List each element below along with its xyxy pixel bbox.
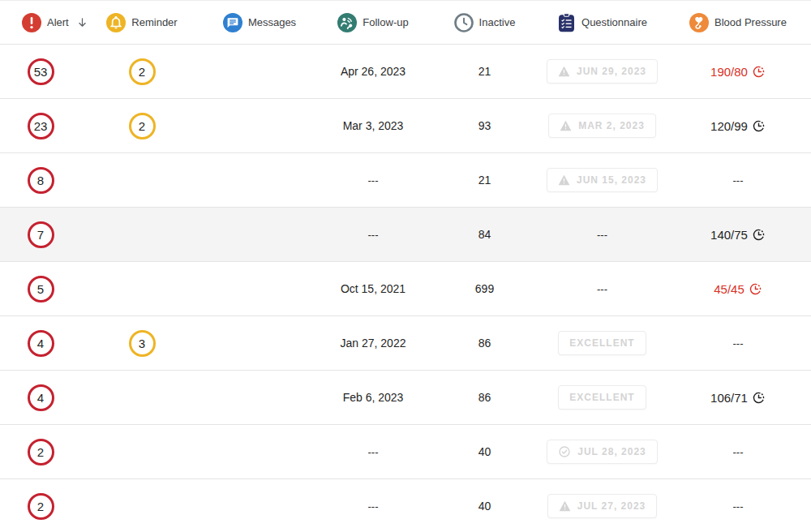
questionnaire-badge[interactable]: JUN 15, 2023 <box>547 168 658 192</box>
inactive-cell: 40 <box>430 500 539 513</box>
inactive-cell: 40 <box>430 445 539 458</box>
bp-reading: 45/45 <box>714 282 744 296</box>
inactive-cell: 21 <box>430 174 539 187</box>
followup-cell: Jan 27, 2022 <box>316 337 430 350</box>
inactive-cell: 86 <box>430 391 539 404</box>
table-row[interactable]: 53 2 Apr 26, 2023 21 JUN 29, 2023 190/80 <box>0 45 811 99</box>
followup-cell: Feb 6, 2023 <box>316 391 430 404</box>
alert-icon <box>22 13 41 32</box>
questionnaire-cell: JUN 29, 2023 <box>539 59 665 84</box>
questionnaire-cell: --- <box>539 283 665 295</box>
warning-icon <box>559 500 571 512</box>
alert-count: 2 <box>37 445 44 459</box>
column-header-questionnaire[interactable]: Questionnaire <box>539 13 665 32</box>
bp-reading: 120/99 <box>710 119 748 133</box>
questionnaire-badge[interactable]: JUN 29, 2023 <box>547 59 658 84</box>
questionnaire-cell: MAR 2, 2023 <box>539 114 665 138</box>
blood-pressure-value[interactable]: 140/75 <box>710 228 766 242</box>
column-header-alert[interactable]: Alert <box>0 13 81 32</box>
alert-count-badge[interactable]: 4 <box>28 330 54 357</box>
inactive-icon <box>454 13 474 32</box>
patient-alert-table: Alert Reminder Messages Follow-up <box>0 0 811 532</box>
alert-count-badge[interactable]: 4 <box>28 384 54 411</box>
inactive-cell: 84 <box>430 228 539 241</box>
followup-cell: --- <box>316 500 430 513</box>
questionnaire-date: JUL 27, 2023 <box>577 500 646 512</box>
column-header-messages[interactable]: Messages <box>203 13 316 32</box>
blood-pressure-cell: --- <box>665 174 811 187</box>
questionnaire-status-badge[interactable]: EXCELLENT <box>558 385 646 410</box>
alert-cell: 2 <box>0 439 81 466</box>
reminder-count: 3 <box>139 337 145 350</box>
followup-cell: Oct 15, 2021 <box>316 282 430 295</box>
alert-cell: 4 <box>0 384 81 411</box>
alert-count-badge[interactable]: 5 <box>28 276 54 302</box>
bp-reading: 140/75 <box>710 228 748 242</box>
questionnaire-cell: JUL 27, 2023 <box>539 494 665 518</box>
blood-pressure-cell: --- <box>665 446 811 458</box>
bp-reading: 190/80 <box>710 65 748 79</box>
warning-icon <box>560 120 572 131</box>
questionnaire-badge[interactable]: JUL 28, 2023 <box>547 440 658 464</box>
column-header-reminder[interactable]: Reminder <box>81 13 203 32</box>
alert-count-badge[interactable]: 2 <box>28 493 54 520</box>
alert-count-badge[interactable]: 8 <box>28 167 54 194</box>
reminder-icon <box>106 13 126 32</box>
reminder-count-badge[interactable]: 3 <box>129 330 156 357</box>
blood-pressure-cell: --- <box>665 500 811 513</box>
table-row[interactable]: 5 Oct 15, 2021 699 --- 45/45 <box>0 262 811 316</box>
table-row[interactable]: 8 --- 21 JUN 15, 2023 --- <box>0 153 811 208</box>
alert-cell: 5 <box>0 276 81 302</box>
table-row[interactable]: 2 --- 40 JUL 27, 2023 --- <box>0 479 811 532</box>
questionnaire-date: JUN 15, 2023 <box>577 174 646 186</box>
alert-count: 5 <box>37 282 44 296</box>
inactive-cell: 93 <box>430 119 539 132</box>
table-row[interactable]: 2 --- 40 JUL 28, 2023 --- <box>0 425 811 479</box>
questionnaire-status-badge[interactable]: EXCELLENT <box>558 331 646 355</box>
alert-count-badge[interactable]: 23 <box>28 113 54 139</box>
questionnaire-date: MAR 2, 2023 <box>578 120 645 131</box>
history-clock-icon <box>752 391 766 405</box>
blood-pressure-value[interactable]: 106/71 <box>710 391 766 405</box>
alert-count: 23 <box>34 119 48 133</box>
column-header-blood-pressure[interactable]: Blood Pressure <box>665 13 811 32</box>
history-clock-icon <box>749 282 762 296</box>
alert-count: 4 <box>37 391 44 405</box>
column-label: Messages <box>248 16 296 28</box>
table-header: Alert Reminder Messages Follow-up <box>0 1 811 45</box>
followup-cell: --- <box>316 229 430 241</box>
reminder-count-badge[interactable]: 2 <box>129 113 156 139</box>
alert-count: 2 <box>37 500 44 513</box>
alert-count-badge[interactable]: 53 <box>28 58 54 85</box>
alert-count-badge[interactable]: 7 <box>28 221 54 248</box>
blood-pressure-cell: --- <box>665 337 811 350</box>
reminder-cell: 3 <box>81 330 203 357</box>
warning-icon <box>558 66 570 77</box>
table-row[interactable]: 4 3 Jan 27, 2022 86 EXCELLENT --- <box>0 316 811 371</box>
blood-pressure-value[interactable]: 45/45 <box>714 282 762 296</box>
column-label: Questionnaire <box>581 16 647 28</box>
table-row-highlighted[interactable]: 7 --- 84 --- 140/75 <box>0 208 811 262</box>
blood-pressure-cell: 106/71 <box>665 391 811 405</box>
questionnaire-cell: EXCELLENT <box>539 331 665 355</box>
column-label: Alert <box>47 16 69 28</box>
reminder-count-badge[interactable]: 2 <box>129 58 156 85</box>
questionnaire-cell: EXCELLENT <box>539 385 665 410</box>
history-clock-icon <box>752 119 766 133</box>
column-header-followup[interactable]: Follow-up <box>316 13 430 32</box>
blood-pressure-cell: 190/80 <box>665 65 811 79</box>
inactive-cell: 699 <box>430 282 539 295</box>
column-header-inactive[interactable]: Inactive <box>430 13 539 32</box>
blood-pressure-value[interactable]: 120/99 <box>710 119 766 133</box>
alert-count-badge[interactable]: 2 <box>28 439 54 466</box>
questionnaire-badge[interactable]: JUL 27, 2023 <box>547 494 658 518</box>
blood-pressure-cell: 120/99 <box>665 119 811 133</box>
questionnaire-badge[interactable]: MAR 2, 2023 <box>548 114 656 138</box>
blood-pressure-value[interactable]: 190/80 <box>710 65 766 79</box>
table-row[interactable]: 23 2 Mar 3, 2023 93 MAR 2, 2023 120/99 <box>0 99 811 153</box>
check-circle-icon <box>558 445 571 458</box>
blood-pressure-icon <box>689 13 709 32</box>
column-label: Inactive <box>479 16 516 28</box>
table-row[interactable]: 4 Feb 6, 2023 86 EXCELLENT 106/71 <box>0 371 811 425</box>
alert-count: 7 <box>37 228 44 242</box>
